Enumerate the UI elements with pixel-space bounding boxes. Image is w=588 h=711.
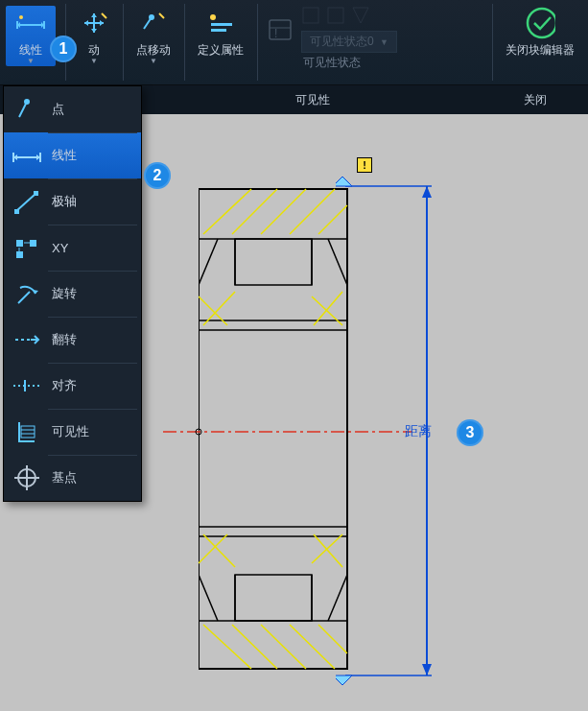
svg-line-53 [232,625,277,669]
point-icon [12,94,42,125]
dd-item-basepoint[interactable]: 基点 [4,455,141,501]
dd-label: 基点 [52,469,77,486]
dd-label: 极轴 [52,193,77,210]
svg-rect-14 [14,209,19,214]
linear-icon [15,8,46,38]
svg-line-39 [261,189,306,234]
ribbon: 线性 ▼ 动 ▼ 点移动 ▼ 定义属性 [0,0,588,85]
chevron-down-icon: ▼ [150,57,157,65]
align-icon [12,370,42,401]
vis-mini-1 [301,6,320,25]
svg-line-57 [203,534,235,567]
xy-icon [12,232,42,263]
svg-rect-5 [211,29,226,32]
svg-rect-4 [211,23,232,26]
dd-item-flip[interactable]: 翻转 [4,317,141,363]
visibility-state-label: 可见性状态 [303,55,361,71]
dd-label: 对齐 [52,377,77,394]
svg-rect-50 [235,575,312,621]
define-attr-icon [205,8,236,38]
define-attr-label: 定义属性 [198,42,244,59]
dd-item-polar[interactable]: 极轴 [4,178,141,225]
callout-2: 2 [144,162,171,189]
svg-point-11 [528,9,555,37]
visibility-state-value: 可见性状态0 [310,34,374,50]
dd-label: 旋转 [52,285,77,302]
chevron-down-icon: ▼ [380,37,388,47]
move-icon [79,8,109,38]
center-node [194,427,203,437]
dd-item-align[interactable]: 对齐 [4,363,141,409]
group-label-close: 关闭 [482,85,588,114]
dd-item-rotate[interactable]: 旋转 [4,271,141,317]
dd-label: 可见性 [52,423,89,440]
check-circle-icon [525,8,555,38]
dd-label: XY [52,241,68,255]
svg-line-40 [290,189,335,234]
svg-rect-24 [21,426,35,438]
dd-item-point[interactable]: 点 [4,86,141,132]
svg-point-62 [196,429,201,435]
svg-point-2 [149,14,154,20]
chevron-down-icon: ▼ [90,57,98,65]
group-label-visibility: 可见性 [142,85,482,114]
svg-point-12 [24,99,30,105]
svg-line-38 [232,189,277,234]
callout-3: 3 [457,419,483,446]
vis-mini-2 [326,6,345,25]
svg-point-1 [19,15,23,19]
linear-param-button[interactable]: 线性 ▼ [6,6,56,66]
svg-line-55 [290,625,335,669]
visibility-icon [12,416,42,447]
dd-label: 点 [52,101,64,118]
dd-item-linear[interactable]: 线性 [4,132,141,178]
rotate-icon [12,278,42,309]
dd-label: 翻转 [52,331,77,348]
callout-1: 1 [50,36,77,62]
svg-rect-17 [30,240,36,247]
parameter-dropdown: 点 线性 极轴 XY 旋转 翻转 对齐 可见性 基点 [3,85,142,502]
svg-rect-10 [328,8,343,23]
visibility-state-icon: ! [267,16,294,43]
define-attr-button[interactable]: 定义属性 [194,6,247,60]
svg-rect-16 [16,240,23,247]
dd-label: 线性 [52,147,77,164]
flip-icon [12,324,42,355]
vis-mini-3 [351,6,370,25]
svg-point-3 [210,14,216,20]
point-move-icon [138,8,169,38]
dimension-label[interactable]: 距离 [405,423,432,440]
svg-text:!: ! [274,27,277,40]
point-move-button[interactable]: 点移动 ▼ [132,6,175,67]
svg-line-37 [203,189,251,234]
svg-rect-18 [16,251,23,258]
move-button[interactable]: 动 ▼ [75,6,113,67]
chevron-down-icon: ▼ [27,57,35,65]
svg-line-52 [203,625,251,669]
linear-icon [12,140,42,171]
svg-line-54 [261,625,306,669]
dd-item-xy[interactable]: XY [4,225,141,271]
basepoint-icon [12,462,42,493]
svg-line-59 [199,534,227,563]
svg-rect-9 [303,8,318,23]
svg-rect-34 [235,239,312,285]
polar-icon [12,186,42,217]
visibility-state-combo[interactable]: 可见性状态0 ▼ [301,31,397,53]
svg-rect-15 [34,191,38,196]
close-block-editor-button[interactable]: 关闭块编辑器 [502,6,578,60]
dd-item-visibility[interactable]: 可见性 [4,409,141,455]
close-block-label: 关闭块编辑器 [506,42,575,59]
svg-rect-6 [270,20,291,39]
